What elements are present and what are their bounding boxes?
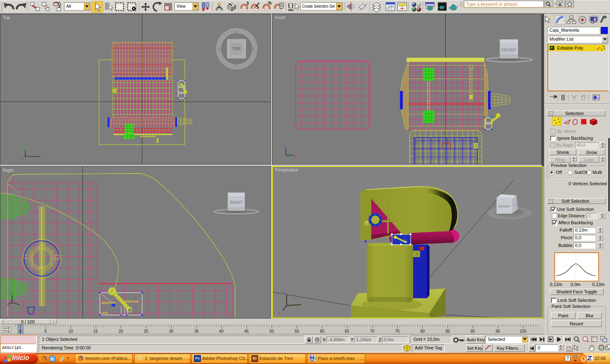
svg-text:y: y [17,305,19,309]
svg-text:55: 55 [294,329,299,334]
svg-text:View: View [176,4,186,9]
svg-text:APERTURE: APERTURE [124,300,139,303]
svg-text:RIGHT: RIGHT [230,200,242,205]
svg-text:Right: Right [3,168,13,173]
svg-text:TOP: TOP [232,47,241,51]
svg-text:Type a keyword or phrase: Type a keyword or phrase [466,2,518,6]
svg-text:100: 100 [520,329,527,334]
svg-text:Perspective: Perspective [275,167,298,172]
svg-text:z: z [283,291,285,295]
svg-text:x: x [42,155,44,159]
svg-text:S: S [235,62,237,67]
svg-text:25: 25 [144,329,148,334]
svg-text:FRONT: FRONT [501,48,516,52]
svg-text:3DS: 3DS [311,360,314,362]
svg-text:15: 15 [93,329,98,334]
svg-text:60: 60 [320,329,325,334]
svg-text:Top: Top [3,15,10,20]
svg-text:x: x [279,311,281,315]
svg-text:z: z [10,291,12,295]
svg-text:y: y [302,303,304,307]
svg-text:e: e [51,356,53,361]
svg-text:LOCK: LOCK [100,312,108,314]
svg-text:70: 70 [370,329,375,334]
svg-text:x: x [295,154,297,158]
svg-text:%: % [268,1,272,5]
svg-text:50: 50 [269,329,274,334]
svg-text:75: 75 [395,329,400,334]
svg-text:z: z [283,144,285,148]
svg-text:All: All [66,4,71,9]
svg-text:ABC: ABC [288,9,294,11]
svg-text:N: N [235,30,238,35]
svg-text:80: 80 [420,329,425,334]
svg-text:y: y [23,146,25,150]
svg-text:30: 30 [169,329,174,334]
svg-text:45: 45 [244,329,249,334]
svg-text:E: E [252,47,255,52]
svg-text:65: 65 [344,329,349,334]
svg-text:APERTURE: APERTURE [101,301,116,304]
svg-text:40: 40 [219,329,224,334]
svg-text:3: 3 [246,1,249,6]
svg-text:y: y [290,157,292,161]
svg-text:Front: Front [275,15,285,20]
svg-text:W: W [218,47,222,52]
svg-text:35: 35 [194,329,199,334]
svg-text:85: 85 [445,329,450,334]
svg-text:90: 90 [470,329,475,334]
svg-text:Create Selection Set: Create Selection Set [302,4,335,9]
svg-text:95: 95 [495,329,500,334]
svg-text:RIGHT: RIGHT [498,204,510,208]
svg-text:{ }: { } [288,2,294,8]
svg-text:z: z [20,156,22,160]
svg-text:20: 20 [118,329,123,334]
svg-text:5: 5 [44,329,47,334]
svg-text:0: 0 [19,329,22,334]
svg-text:x: x [9,305,11,309]
svg-text:10: 10 [68,329,73,334]
svg-text:»: » [67,355,69,360]
